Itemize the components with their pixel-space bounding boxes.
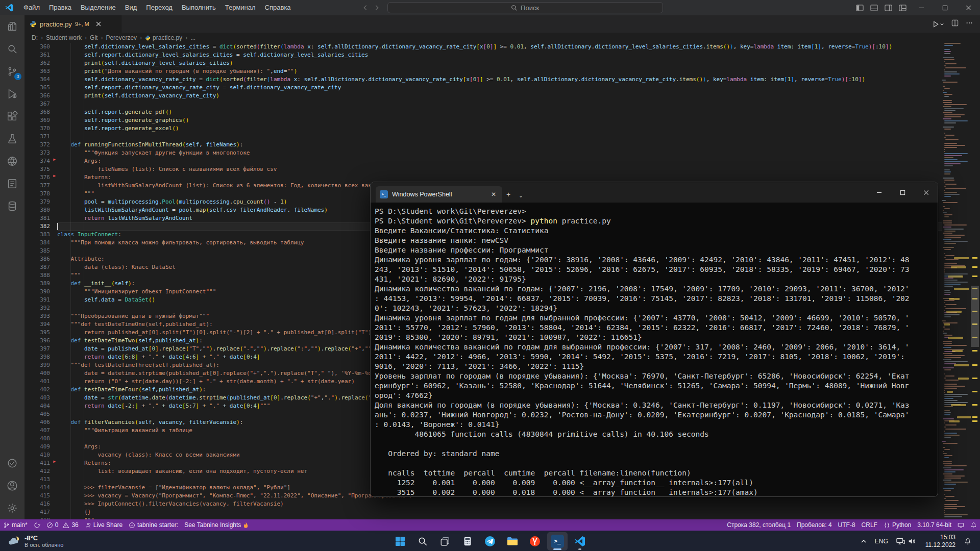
line-number[interactable]: 392 — [24, 304, 50, 312]
code-line[interactable] — [57, 133, 942, 141]
menu-вид[interactable]: Вид — [120, 0, 142, 15]
line-number[interactable]: 414 — [24, 484, 50, 492]
sidebar-item-search[interactable] — [0, 38, 24, 60]
code-line[interactable]: self.report.dictionary_level_salaries_ci… — [57, 51, 942, 59]
line-number[interactable]: 409 — [24, 443, 50, 451]
live-share-button[interactable]: Live Share — [82, 519, 126, 531]
line-number[interactable]: 397 — [24, 345, 50, 353]
network-volume-tray[interactable] — [893, 535, 920, 547]
language-indicator[interactable]: ENG — [871, 536, 892, 547]
cursor-position-indicator[interactable]: Строка 382, столбец 1 — [724, 519, 794, 531]
line-number[interactable]: 387 — [24, 263, 50, 271]
line-number[interactable]: 413 — [24, 475, 50, 484]
sidebar-item-source-control[interactable]: 3 — [0, 60, 24, 83]
code-line[interactable]: fileNames (list): Список с названиями вс… — [57, 165, 942, 173]
line-number[interactable]: 381 — [24, 214, 50, 222]
code-line[interactable]: Returns: — [57, 173, 942, 182]
powershell-tab-close-icon[interactable]: ✕ — [489, 191, 498, 198]
breadcrumb-item[interactable]: ... — [190, 34, 195, 41]
line-number[interactable]: 368 — [24, 108, 50, 116]
line-number[interactable]: 401 — [24, 378, 50, 386]
line-number[interactable]: 363 — [24, 67, 50, 76]
line-number[interactable]: 361 — [24, 51, 50, 59]
code-line[interactable]: Args: — [57, 157, 942, 165]
toggle-sidebar-icon[interactable] — [852, 0, 867, 15]
line-number[interactable]: 395 — [24, 329, 50, 337]
tab-practice-py[interactable]: practice.py 9+, M — [24, 15, 121, 33]
run-python-file-button[interactable] — [932, 20, 944, 28]
powershell-tab[interactable]: >_ Windows PowerShell ✕ — [376, 186, 502, 203]
breadcrumb-item[interactable]: Pereverzev — [106, 34, 137, 41]
powershell-taskbar-button[interactable]: >_ — [547, 532, 568, 550]
telegram-button[interactable] — [480, 532, 500, 550]
minimize-button[interactable] — [910, 0, 933, 15]
tabnine-insights-button[interactable]: See Tabnine Insights — [181, 519, 252, 531]
line-number[interactable]: 380 — [24, 206, 50, 214]
line-number[interactable]: 394 — [24, 320, 50, 329]
line-number[interactable]: 402 — [24, 386, 50, 394]
code-line[interactable]: self.dictionary_vacancy_rate_city = dict… — [57, 76, 942, 84]
code-line[interactable]: self.report.generate_graphics() — [57, 116, 942, 124]
tray-chevron-icon[interactable] — [857, 536, 870, 546]
close-button[interactable] — [957, 0, 980, 15]
line-number[interactable]: 389 — [24, 280, 50, 288]
line-number[interactable]: 391 — [24, 296, 50, 304]
account-icon[interactable] — [0, 474, 24, 497]
line-number[interactable]: 417 — [24, 508, 50, 516]
forward-arrow-icon[interactable] — [373, 4, 380, 11]
clock-widget[interactable]: 15:03 11.12.2022 — [921, 533, 960, 550]
line-number[interactable]: 364 — [24, 76, 50, 84]
line-number[interactable]: 399 — [24, 361, 50, 369]
line-number[interactable]: 369 — [24, 116, 50, 124]
line-number[interactable]: 390 — [24, 288, 50, 296]
python-version-indicator[interactable]: 3.10.7 64-bit — [914, 519, 954, 531]
weather-widget[interactable]: -8°C В осн. облачно — [0, 531, 70, 551]
line-number[interactable]: 360 — [24, 43, 50, 51]
line-number[interactable]: 415 — [24, 492, 50, 500]
line-number[interactable]: 404 — [24, 402, 50, 410]
line-number[interactable]: 408 — [24, 435, 50, 443]
code-line[interactable]: self.dictionary_level_salaries_cities = … — [57, 43, 942, 51]
line-number[interactable]: 373 — [24, 149, 50, 157]
line-number[interactable]: 375 — [24, 165, 50, 173]
line-number[interactable]: 384 — [24, 239, 50, 247]
line-number[interactable]: 407 — [24, 427, 50, 435]
more-actions-icon[interactable] — [966, 19, 973, 29]
menu-переход[interactable]: Переход — [141, 0, 177, 15]
taskbar-search-button[interactable] — [412, 532, 433, 550]
line-number[interactable]: 416 — [24, 500, 50, 508]
code-line[interactable]: def runningFunctionsInMultiThread(self, … — [57, 141, 942, 149]
sidebar-item-extensions[interactable] — [0, 105, 24, 128]
toggle-panel-icon[interactable] — [867, 0, 881, 15]
tab-close-icon[interactable] — [95, 21, 102, 27]
line-number[interactable]: 398 — [24, 353, 50, 361]
customize-layout-icon[interactable] — [895, 0, 910, 15]
line-number[interactable]: 406 — [24, 418, 50, 427]
code-line[interactable] — [57, 100, 942, 108]
maximize-button[interactable] — [933, 0, 957, 15]
line-number[interactable]: 411▶ — [24, 459, 50, 467]
sidebar-item-explorer[interactable] — [0, 15, 24, 38]
ps-maximize-button[interactable] — [891, 182, 914, 203]
tabnine-status[interactable]: tabnine starter: — [126, 519, 181, 531]
powershell-titlebar[interactable]: >_ Windows PowerShell ✕ + ⌄ — [371, 182, 938, 203]
line-number[interactable]: 367 — [24, 100, 50, 108]
language-mode-indicator[interactable]: Python — [880, 519, 914, 531]
menu-файл[interactable]: Файл — [19, 0, 44, 15]
encoding-indicator[interactable]: UTF-8 — [835, 519, 859, 531]
code-line[interactable]: print(self.dictionary_vacancy_rate_city) — [57, 92, 942, 100]
menu-правка[interactable]: Правка — [44, 0, 76, 15]
menu-выполнить[interactable]: Выполнить — [177, 0, 220, 15]
line-number[interactable]: 383 — [24, 231, 50, 239]
line-number[interactable]: 365 — [24, 84, 50, 92]
menu-справка[interactable]: Справка — [260, 0, 296, 15]
code-line[interactable]: """Функция запускает другие функции в мн… — [57, 149, 942, 157]
terminal-output[interactable]: PS D:\Student work\Git\Pereverzev>PS D:\… — [371, 203, 938, 497]
powershell-window[interactable]: >_ Windows PowerShell ✕ + ⌄ PS D:\Studen… — [370, 182, 938, 497]
line-number[interactable]: 396 — [24, 337, 50, 345]
start-button[interactable] — [390, 532, 410, 550]
line-number[interactable]: 378 — [24, 190, 50, 198]
breadcrumb-item[interactable]: Git — [90, 34, 97, 41]
settings-gear-icon[interactable] — [0, 497, 24, 519]
back-arrow-icon[interactable] — [362, 4, 369, 11]
